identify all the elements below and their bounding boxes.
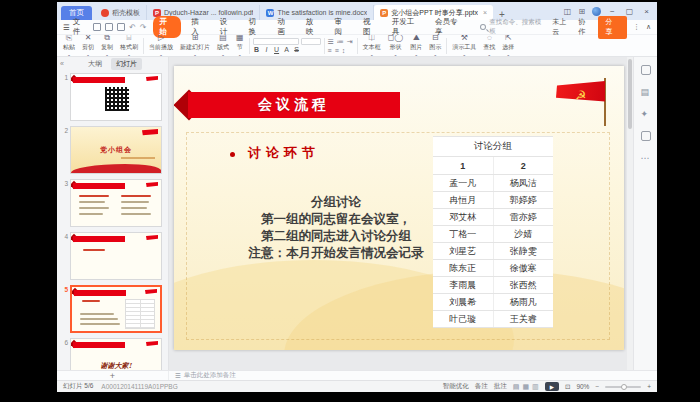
more-options-icon[interactable]: ⋮ (633, 23, 640, 31)
scissors-icon: ✕ (85, 35, 92, 42)
zoom-in-button[interactable]: + (647, 383, 651, 390)
underline-button[interactable]: U (273, 46, 281, 53)
file-menu-label: 文件 (73, 17, 87, 37)
section-heading[interactable]: 讨论环节 (248, 144, 320, 162)
find-button[interactable]: ◌查找 (481, 35, 497, 57)
notes-toggle[interactable]: 备注 (475, 382, 488, 391)
presentation-tools-button[interactable]: ⚒演示工具 (450, 35, 478, 57)
strikethrough-button[interactable]: S (293, 46, 301, 53)
select-button[interactable]: ⇱选择 (500, 35, 516, 57)
zoom-slider-knob[interactable] (621, 384, 627, 390)
banner-shape (73, 342, 125, 348)
play-from-current-button[interactable]: ▷当前播放 (147, 35, 175, 57)
redo-icon[interactable]: ↷ (140, 23, 147, 32)
menu-review[interactable]: 审阅 (330, 16, 353, 38)
undo-icon[interactable]: ↶ (129, 23, 136, 32)
slide-thumbnail-5-selected[interactable]: 5 (59, 285, 168, 333)
menu-slideshow[interactable]: 放映 (302, 16, 325, 38)
scrollbar-thumb[interactable] (628, 59, 632, 129)
paste-button[interactable]: ⎘粘贴 (61, 35, 77, 57)
shapes-button[interactable]: ◻◯形状 (386, 35, 406, 57)
numbered-list-icon[interactable]: ≔ (337, 38, 345, 46)
restore-button[interactable]: ▢ (624, 7, 636, 16)
menu-transitions[interactable]: 切换 (244, 16, 267, 38)
diagram-button[interactable]: ⊟图示 (427, 35, 443, 57)
print-icon[interactable] (105, 23, 113, 31)
table-row: 刘星艺张静雯 (433, 243, 553, 260)
smart-optimize-button[interactable]: 智能优化 (443, 382, 469, 391)
collaborate-button[interactable]: 协作 (578, 17, 591, 37)
user-avatar[interactable] (592, 7, 601, 16)
close-window-button[interactable]: × (642, 7, 651, 16)
font-color-button[interactable]: A (283, 46, 291, 53)
slide-thumbnail-1[interactable]: 1 (59, 73, 168, 121)
collapse-panel-icon[interactable]: « (60, 60, 64, 67)
file-menu[interactable]: ☰ 文件 (63, 17, 87, 37)
fit-slide-icon[interactable]: ⊡ (565, 383, 570, 391)
slide-thumbnail-6[interactable]: 6 谢谢大家! (59, 338, 168, 370)
slide-thumbnail-4[interactable]: 4 (59, 232, 168, 280)
indent-icon[interactable]: ⇥ (347, 38, 354, 46)
textbox-button[interactable]: ⎅文本框 (361, 35, 383, 57)
vertical-scrollbar[interactable] (627, 57, 633, 370)
discussion-groups-table[interactable]: 讨论分组 1 2 孟一凡杨凤洁 冉恒月郭婷婷 邓艾林雷亦婷 丁格一沙婧 刘星艺张… (433, 136, 553, 328)
zoom-slider[interactable] (605, 386, 641, 388)
more-panels-icon[interactable]: ⋯ (641, 153, 651, 163)
add-slide-button[interactable]: + (57, 371, 169, 380)
comments-panel-icon[interactable] (641, 131, 651, 141)
align-left-icon[interactable]: ≡ (328, 47, 333, 54)
properties-panel-icon[interactable] (641, 65, 651, 75)
slideshow-play-button[interactable]: ▶ (545, 382, 559, 391)
notes-strip: + ☰ 单击此处添加备注 (57, 370, 657, 380)
tab-docer-templates[interactable]: 稻壳模板 (95, 5, 147, 20)
close-tab-icon[interactable]: × (483, 9, 487, 16)
workspace-grid-icon[interactable]: ⊞ (578, 7, 585, 16)
zoom-level[interactable]: 90% (576, 383, 589, 390)
picture-button[interactable]: ⛰图片 (408, 35, 424, 57)
tab-slides[interactable]: 幻灯片 (111, 58, 142, 70)
font-family-select[interactable] (253, 38, 299, 45)
cut-button[interactable]: ✕剪切 (80, 35, 96, 57)
slide-title-banner[interactable]: 会议流程 (188, 92, 400, 118)
font-size-select[interactable] (301, 38, 321, 45)
text-line (79, 201, 105, 203)
minimize-button[interactable]: − (608, 7, 617, 16)
bullet-list-icon[interactable]: ☰ (328, 38, 335, 46)
format-painter-button[interactable]: ⌸格式刷 (118, 35, 140, 57)
text-line (82, 300, 100, 302)
layout-button[interactable]: ▤版式 (215, 35, 231, 57)
collapse-ribbon-icon[interactable]: ∧ (646, 23, 651, 31)
command-search-box[interactable]: 查找命令、搜索模板 (474, 18, 546, 36)
table-cell: 陈东正 (433, 260, 493, 277)
output-icon[interactable] (117, 23, 125, 31)
comments-toggle[interactable]: 批注 (494, 382, 507, 391)
animation-panel-icon[interactable]: ✦ (641, 109, 651, 119)
tab-outline[interactable]: 大纲 (83, 58, 107, 70)
menu-animations[interactable]: 动画 (273, 16, 296, 38)
design-panel-icon[interactable]: ▤ (641, 87, 651, 97)
new-slide-button[interactable]: ⊞新建幻灯片 (178, 35, 212, 57)
table-cell: 李雨晨 (433, 277, 493, 294)
align-center-icon[interactable]: ≡ (335, 47, 340, 54)
section-button[interactable]: ▦节 (234, 35, 246, 57)
copy-button[interactable]: ⧉复制 (99, 35, 115, 57)
share-button[interactable]: 分享 (598, 16, 627, 39)
current-slide[interactable]: 会议流程 ☭ 讨论环节 分组讨论 第一组的同志留在会议室， 第二组的同志进入讨论… (174, 66, 624, 350)
split-view-icon[interactable]: ◫ (564, 7, 572, 16)
tab-label: 稻壳模板 (112, 8, 140, 18)
slide-sorter-icon[interactable]: ▦ (522, 383, 529, 391)
slide-thumbnail-2[interactable]: 2 党小组会 (59, 126, 168, 174)
notes-input[interactable]: ☰ 单击此处添加备注 (169, 371, 657, 380)
toolbar-divider (249, 38, 250, 54)
bold-button[interactable]: B (253, 46, 261, 53)
cloud-status[interactable]: 未上云 (552, 17, 572, 37)
reading-view-icon[interactable]: ▥ (532, 383, 539, 391)
zoom-out-button[interactable]: − (595, 383, 599, 390)
italic-button[interactable]: I (263, 46, 271, 53)
normal-view-icon[interactable]: ▤ (513, 383, 520, 391)
text-line (80, 313, 114, 315)
save-icon[interactable] (93, 23, 101, 31)
slide-thumbnail-3[interactable]: 3 (59, 179, 168, 227)
line-spacing-icon[interactable]: ↕ (342, 47, 347, 54)
status-bar-right: 智能优化 备注 批注 ▤ ▦ ▥ ▶ ⊡ 90% − + (443, 382, 651, 391)
